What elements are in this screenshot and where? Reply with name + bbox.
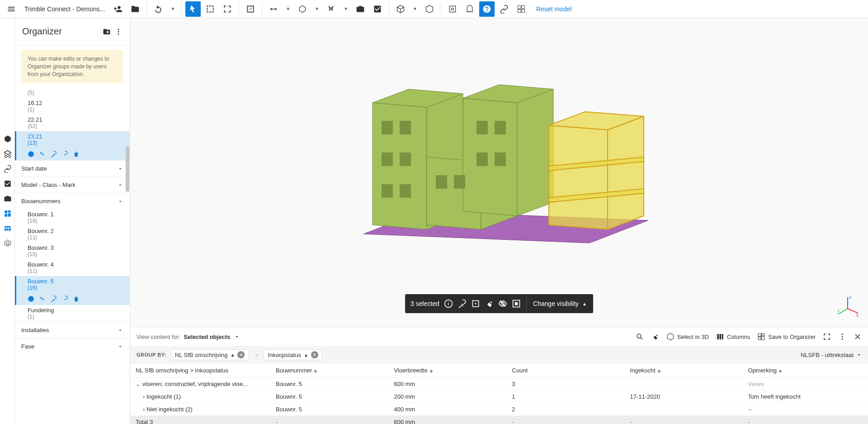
close-icon[interactable]: ✕ [237,351,245,358]
grid-icon[interactable] [514,1,529,17]
new-folder-icon[interactable] [103,28,111,36]
link-icon[interactable] [496,1,512,17]
group-model-class-mark[interactable]: Model - Class - Mark [15,176,130,193]
tree-item[interactable]: 16.12(1) [15,98,130,114]
tree-item[interactable]: 22.21(52) [15,114,130,131]
fullscreen-icon[interactable] [823,333,831,341]
info-icon[interactable] [28,151,34,157]
organizer-icon[interactable] [0,206,15,221]
views-icon[interactable] [0,191,15,206]
menu-icon[interactable] [4,1,19,17]
table-header[interactable]: Count [506,363,624,378]
rectangle-select-icon[interactable] [203,1,218,17]
delete-icon[interactable] [73,151,80,157]
ghost-icon[interactable] [462,1,477,17]
table-row[interactable]: Total 3-600 mm--- [130,416,868,424]
info-icon[interactable] [28,295,34,302]
isolate-icon[interactable] [512,299,521,308]
close-icon[interactable] [854,333,862,341]
tree-item[interactable]: Bouwnr. 4(11) [15,259,130,276]
link-icon[interactable] [50,151,57,157]
go-icon[interactable] [39,295,46,302]
save-to-organizer-button[interactable]: Save to Organizer [757,333,816,341]
table-header[interactable]: Bouwnummer◆ [270,363,388,378]
tree-item[interactable]: Bouwnr. 1(16) [15,209,130,226]
table-header[interactable]: Ingekocht◆ [624,363,742,378]
change-visibility-button[interactable]: Change visibility▲ [526,294,593,313]
cube-outline-icon[interactable] [422,1,437,17]
measure-icon[interactable] [266,1,281,17]
table-header[interactable]: Vloerbreedte◆ [388,363,506,378]
svg-point-42 [475,303,476,304]
fit-selection-icon[interactable] [220,1,235,17]
tree-item[interactable]: Bouwnr. 2(11) [15,226,130,243]
select-in-3d-button[interactable]: Select in 3D [666,333,709,341]
add-user-icon[interactable] [110,1,126,17]
tree-item[interactable]: Bouwnr. 3(15) [15,243,130,259]
layout-select[interactable]: NLSFB - uittrekstaat [801,352,862,358]
help-icon[interactable] [479,1,495,17]
table-row[interactable]: Ingekocht (1)Bouwnr. 5200 mm117-11-2020T… [130,391,868,403]
cursor-icon[interactable] [185,1,201,17]
reset-model-link[interactable]: Reset model [536,5,572,13]
3d-viewport[interactable]: z x y 3 selected i Change visibility▲ [130,18,868,327]
group-chip[interactable]: Inkoopstatus▲✕ [264,349,322,360]
dropdown-arrow[interactable]: ▼ [168,6,178,11]
paint-icon[interactable] [485,299,494,308]
checklist-icon[interactable] [370,1,385,17]
tree-item[interactable]: Fundering(1) [15,305,130,322]
settings-icon[interactable] [0,236,15,251]
todo-icon[interactable] [0,176,15,191]
dropdown-arrow[interactable]: ▼ [283,6,293,11]
tree-item-selected[interactable]: 23.21(13) [15,131,130,148]
group-chip[interactable]: NL SfB omschrijving▲✕ [171,349,249,360]
unlink-icon[interactable] [61,295,68,302]
go-icon[interactable] [39,151,46,157]
table-cell: Bouwnr. 5 [270,403,388,416]
table-cell: vloeren; constructief, vrijdragende vloe… [130,378,270,391]
delete-icon[interactable] [73,295,80,302]
tree-item-selected[interactable]: Bouwnr. 5(16) [15,276,130,293]
unlink-icon[interactable] [61,151,68,157]
cube-icon[interactable] [393,1,408,17]
table-row[interactable]: vloeren; constructief, vrijdragende vloe… [130,378,868,391]
tree-item[interactable]: (5) [15,88,130,98]
info-icon[interactable]: i [444,299,453,308]
svg-rect-31 [476,152,488,166]
group-installaties[interactable]: Installaties [15,322,130,338]
more-icon[interactable] [114,28,123,36]
group-fase[interactable]: Fase [15,338,130,354]
link-icon[interactable] [458,299,467,308]
fit-icon[interactable] [471,299,480,308]
group-bouwnummers[interactable]: Bouwnummers [15,193,130,209]
folder-icon[interactable] [127,1,143,17]
link-icon[interactable] [50,295,57,302]
undo-icon[interactable] [151,1,166,17]
models-icon[interactable] [0,131,15,146]
cut-icon[interactable] [324,1,339,17]
hide-icon[interactable] [498,299,507,308]
chevron-down-icon[interactable] [234,333,240,340]
camera-icon[interactable] [353,1,368,17]
group-start-date[interactable]: Start date [15,160,130,176]
svg-point-6 [28,296,34,302]
view-content-value[interactable]: Selected objects [184,333,231,340]
close-icon[interactable]: ✕ [311,351,318,358]
data-table-icon[interactable] [0,221,15,236]
table-header[interactable]: Opmerking◆ [743,363,868,378]
dropdown-arrow[interactable]: ▼ [341,6,351,11]
dropdown-arrow[interactable]: ▼ [410,6,420,11]
table-header[interactable]: NL SfB omschrijving > Inkoopstatus [130,363,270,378]
layers-icon[interactable] [0,146,15,161]
table-row[interactable]: Niet ingekocht (2)Bouwnr. 5400 mm2-- [130,403,868,416]
attachments-icon[interactable] [0,161,15,176]
markup-icon[interactable] [243,1,258,17]
columns-button[interactable]: Columns [716,333,750,341]
shape-icon[interactable] [295,1,310,17]
search-icon[interactable] [636,333,644,341]
scrollbar[interactable] [126,147,129,192]
more-icon[interactable] [838,333,846,341]
paint-icon[interactable] [651,333,659,341]
clip-plane-icon[interactable] [445,1,460,17]
dropdown-arrow[interactable]: ▼ [312,6,322,11]
